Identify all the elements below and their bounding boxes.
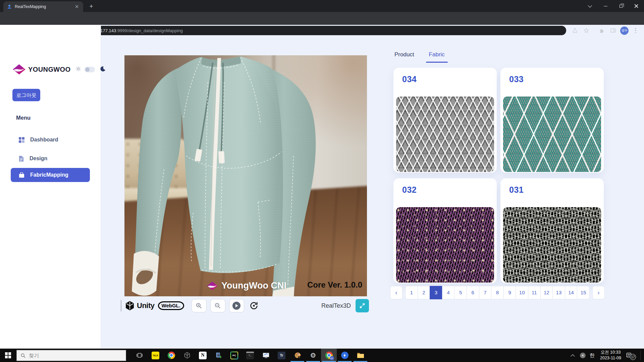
tab-fabric[interactable]: Fabric [429,51,445,63]
ime-indicator[interactable]: 한 [590,349,595,362]
page-button-3[interactable]: 3 [430,286,442,299]
reset-view-button[interactable] [249,301,259,311]
page-button-8[interactable]: 8 [491,286,504,299]
taskbar-file-explorer[interactable] [353,349,368,362]
sidebar-item-label: Dashboard [30,137,58,143]
start-button[interactable] [0,349,16,362]
tray-app-x[interactable]: ✕ [580,349,586,362]
fabric-card-031[interactable]: 031 [500,178,604,283]
fabric-id-label: 034 [402,74,417,84]
sidebar-item-dashboard[interactable]: Dashboard [11,133,90,147]
page-button-2[interactable]: 2 [418,286,430,299]
page-button-1[interactable]: 1 [405,286,418,299]
taskbar-terminal[interactable]: ›_ [242,349,258,362]
theme-toggle[interactable] [85,67,95,72]
taskbar-chrome-profile[interactable]: 영우 [321,349,337,362]
taskbar-clock[interactable]: 오전 10:33 2023-11-09 [600,349,621,362]
fabric-product-tabs: Product Fabric [394,51,445,63]
prev-page-button[interactable]: ‹ [390,286,402,299]
fullscreen-button[interactable] [356,299,369,312]
reset-rotate-icon [249,301,259,311]
taskbar-search[interactable] [16,350,126,361]
taskbar-unity[interactable] [179,349,195,362]
browser-menu-button[interactable] [635,27,636,34]
unity-icon [183,352,191,359]
page-button-15[interactable]: 15 [577,286,590,299]
fabric-card-032[interactable]: 032 [393,178,497,283]
page-button-14[interactable]: 14 [565,286,578,299]
side-panel-button[interactable] [609,26,618,35]
chevron-down-icon [588,3,592,8]
chevron-up-icon [571,354,575,358]
share-button[interactable] [571,26,579,35]
taskbar-vpn[interactable] [211,349,226,362]
page-button-6[interactable]: 6 [467,286,479,299]
fabric-card-034[interactable]: 034 [393,68,497,173]
page-button-7[interactable]: 7 [479,286,492,299]
page-button-5[interactable]: 5 [454,286,467,299]
clock-date: 2023-11-09 [600,355,621,361]
fabric-swatch-032 [396,207,494,283]
taskbar-settings[interactable]: ⚙ [305,349,321,362]
search-input[interactable] [29,353,113,358]
file-explorer-icon [357,351,365,359]
search-icon [20,353,26,358]
tray-show-hidden[interactable] [571,349,574,362]
page-button-10[interactable]: 10 [516,286,528,299]
page-button-9[interactable]: 9 [503,286,516,299]
taskbar-chrome[interactable] [163,349,179,362]
browser-tab[interactable]: RealTexMapping ✕ [3,1,83,12]
profile-avatar[interactable]: 영우 [620,26,629,35]
address-bar[interactable]: 주의 요함 211.238.177.143:9999/design_data/d… [46,26,566,35]
show-desktop-divider[interactable] [640,351,641,360]
fabric-swatch-033 [503,97,601,172]
notification-center-button[interactable]: 17 [626,349,636,362]
star-icon [583,27,589,34]
fullscreen-expand-icon [359,303,365,309]
tab-search-button[interactable] [582,0,598,12]
bookmark-button[interactable] [582,26,591,35]
logout-button[interactable]: 로그아웃 [12,89,40,101]
task-view-button[interactable] [131,349,147,362]
light-mode-icon [75,66,81,73]
new-tab-button[interactable]: + [87,2,95,10]
page-button-12[interactable]: 12 [540,286,553,299]
taskbar-kakaotalk[interactable]: TALK [148,349,163,362]
taskbar-monitor[interactable] [258,349,274,362]
zoom-in-button[interactable] [192,299,207,312]
sidebar-item-design[interactable]: Design [11,152,90,166]
taskbar-pycharm[interactable]: PC [226,349,242,362]
tab-product[interactable]: Product [394,51,414,63]
notion-icon: N [199,352,207,359]
taskbar-tr-app[interactable]: Tr [274,349,289,362]
sidebar-item-fabricmapping[interactable]: FabricMapping [11,168,90,182]
fabric-card-033[interactable]: 033 [500,68,604,173]
window-minimize-button[interactable] [598,0,613,12]
x-circle-icon: ✕ [580,353,586,358]
taskbar-notion[interactable]: N [195,349,211,362]
window-close-button[interactable] [629,0,644,12]
clock-time: 오전 10:33 [600,350,621,355]
unity-3d-canvas[interactable]: YoungWoo CNI Core Ver. 1.0.0 [124,55,367,296]
product-name-label: RealTex3D [321,302,351,309]
page-button-11[interactable]: 11 [528,286,541,299]
pycharm-icon: PC [230,352,238,359]
taskbar-paint[interactable] [289,349,305,362]
play-icon [232,302,240,310]
menu-section-label: Menu [16,115,31,121]
fabric-id-label: 031 [509,185,524,195]
garment-3d-model [124,55,367,296]
window-restore-button[interactable] [613,0,629,12]
page-button-13[interactable]: 13 [552,286,565,299]
sidebar-item-label: FabricMapping [30,172,68,178]
tab-close-icon[interactable]: ✕ [74,4,80,10]
zoom-out-button[interactable] [210,299,225,312]
taskbar-lightning-app[interactable] [337,349,353,362]
url-path: :9999/design_data/designMapping [116,28,183,33]
page-button-4[interactable]: 4 [442,286,455,299]
next-page-button[interactable]: › [592,286,605,299]
extensions-button[interactable] [597,26,606,35]
play-button[interactable] [229,299,244,312]
close-icon [634,4,638,8]
sidebar: YOUNGWOO 로그아웃 Menu Dashboard Design Fabr… [0,25,101,349]
